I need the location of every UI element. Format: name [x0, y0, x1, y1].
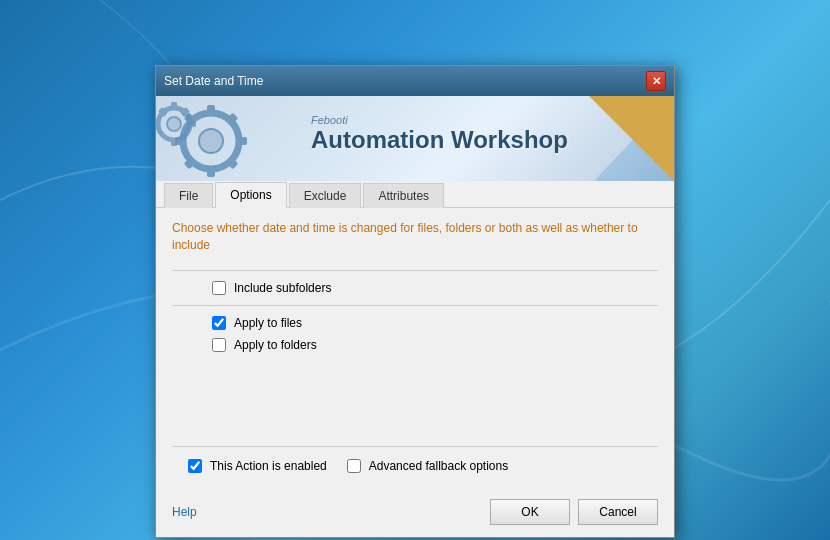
- dialog-title: Set Date and Time: [164, 74, 263, 88]
- title-bar: Set Date and Time ✕: [156, 66, 674, 96]
- ok-button[interactable]: OK: [490, 499, 570, 525]
- advanced-fallback-row: Advanced fallback options: [347, 459, 508, 473]
- action-enabled-checkbox[interactable]: [188, 459, 202, 473]
- advanced-fallback-label: Advanced fallback options: [369, 459, 508, 473]
- svg-rect-3: [207, 167, 215, 177]
- tab-attributes[interactable]: Attributes: [363, 183, 444, 208]
- bottom-action-row: This Action is enabled Advanced fallback…: [172, 453, 658, 479]
- action-enabled-label: This Action is enabled: [210, 459, 327, 473]
- banner-triangle: [589, 96, 674, 181]
- apply-to-files-checkbox[interactable]: [212, 316, 226, 330]
- apply-to-files-row: Apply to files: [172, 316, 658, 330]
- banner-app-name: Automation Workshop: [311, 126, 568, 154]
- apply-to-files-label: Apply to files: [234, 316, 302, 330]
- bottom-separator: [172, 446, 658, 447]
- svg-rect-2: [207, 105, 215, 115]
- footer-buttons: OK Cancel: [490, 499, 658, 525]
- tab-exclude[interactable]: Exclude: [289, 183, 362, 208]
- close-button[interactable]: ✕: [646, 71, 666, 91]
- svg-rect-4: [237, 137, 247, 145]
- banner: Febooti Automation Workshop: [156, 96, 674, 181]
- tab-options[interactable]: Options: [215, 182, 286, 208]
- svg-point-11: [167, 117, 181, 131]
- footer: Help OK Cancel: [156, 491, 674, 537]
- svg-rect-14: [188, 121, 196, 127]
- svg-rect-12: [171, 102, 177, 110]
- svg-rect-13: [171, 138, 177, 146]
- banner-gears: [156, 96, 306, 181]
- description-text: Choose whether date and time is changed …: [172, 220, 658, 254]
- apply-to-folders-label: Apply to folders: [234, 338, 317, 352]
- banner-sub: Febooti: [311, 114, 568, 126]
- action-enabled-row: This Action is enabled: [188, 459, 327, 473]
- include-subfolders-checkbox[interactable]: [212, 281, 226, 295]
- advanced-fallback-checkbox[interactable]: [347, 459, 361, 473]
- tab-file[interactable]: File: [164, 183, 213, 208]
- dialog-window: Set Date and Time ✕: [155, 65, 675, 538]
- spacer: [172, 360, 658, 440]
- help-link[interactable]: Help: [172, 505, 197, 519]
- apply-to-folders-checkbox[interactable]: [212, 338, 226, 352]
- separator-2: [172, 305, 658, 306]
- content-area: Choose whether date and time is changed …: [156, 208, 674, 491]
- separator-1: [172, 270, 658, 271]
- tabs-area: File Options Exclude Attributes: [156, 181, 674, 208]
- apply-to-folders-row: Apply to folders: [172, 338, 658, 352]
- include-subfolders-label: Include subfolders: [234, 281, 331, 295]
- svg-point-1: [199, 129, 223, 153]
- cancel-button[interactable]: Cancel: [578, 499, 658, 525]
- include-subfolders-row: Include subfolders: [172, 281, 658, 295]
- svg-rect-15: [156, 121, 160, 127]
